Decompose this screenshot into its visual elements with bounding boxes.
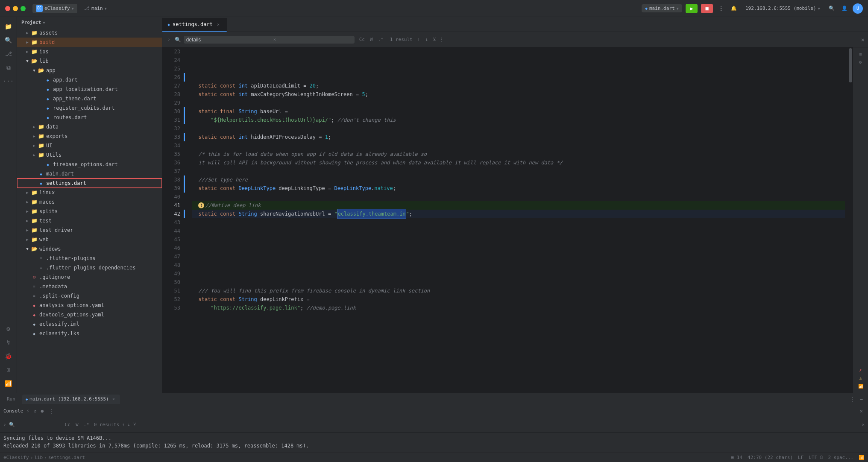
sidebar-item-splits[interactable]: ▶ 📁 splits — [17, 207, 162, 216]
close-button[interactable] — [5, 6, 10, 11]
search-filter-button[interactable]: ⊻ — [433, 37, 436, 42]
sidebar-item-ui[interactable]: ▶ 📁 UI — [17, 141, 162, 150]
fold-icon[interactable]: ⊞ — [858, 51, 862, 57]
search-input[interactable] — [186, 37, 272, 43]
search-prev-button[interactable]: ↑ — [415, 36, 422, 43]
console-filter-btn[interactable]: ⊻ — [133, 422, 136, 427]
sidebar-item-build[interactable]: ▶ 📁 build — [17, 38, 162, 47]
status-indent[interactable]: 2 spac... — [828, 455, 853, 460]
sidebar-item-gitignore[interactable]: ⊘ .gitignore — [17, 272, 162, 282]
extensions-rail-icon[interactable]: ⧉ — [3, 61, 15, 73]
stop-button[interactable]: ■ — [701, 4, 713, 13]
search-more-button[interactable]: ⋮ — [439, 37, 444, 43]
sidebar-item-ios[interactable]: ▶ 📁 ios — [17, 47, 162, 56]
sidebar-item-test-driver[interactable]: ▶ 📁 test_driver — [17, 225, 162, 235]
sidebar-item-app[interactable]: ▼ 📂 app — [17, 66, 162, 75]
sidebar-item-app-theme[interactable]: ◆ app_theme.dart — [17, 94, 162, 103]
account-icon[interactable]: 👤 — [840, 6, 849, 11]
console-close-search-btn[interactable]: × — [862, 422, 865, 427]
debug-rail-icon[interactable]: 🐞 — [3, 350, 15, 362]
more-actions-button[interactable]: ⋮ — [716, 5, 726, 12]
maximize-button[interactable] — [21, 6, 26, 11]
sidebar-item-macos[interactable]: ▶ 📁 macos — [17, 197, 162, 207]
console-tab[interactable]: Console — [3, 408, 23, 414]
editor-scrollbar[interactable] — [848, 47, 853, 393]
code-content[interactable]: static const int apiDataLoadLimit = 20; … — [189, 47, 848, 393]
console-down-btn[interactable]: ↓ — [127, 422, 130, 427]
settings-rail-icon[interactable]: ⚙ — [3, 323, 15, 335]
search-clear-button[interactable]: × — [273, 37, 276, 42]
search-expand-button[interactable]: › — [166, 36, 172, 43]
sidebar-item-routes[interactable]: ◆ routes.dart — [17, 113, 162, 122]
bottom-more-button[interactable]: ⋮ — [848, 395, 856, 403]
git2-rail-icon[interactable]: ↯ — [3, 336, 15, 348]
sidebar-item-web[interactable]: ▶ 📁 web — [17, 235, 162, 244]
search-next-button[interactable]: ↓ — [423, 36, 430, 43]
sidebar-item-settings-dart[interactable]: ◆ settings.dart — [17, 178, 162, 188]
console-up-btn[interactable]: ↑ — [122, 422, 125, 427]
run-tab[interactable]: Run — [3, 395, 19, 404]
run-button[interactable]: ▶ — [686, 4, 698, 13]
console-word-btn[interactable]: W — [73, 421, 81, 428]
console-search-input[interactable] — [18, 422, 60, 427]
terminal-rail-icon[interactable]: ⊞ — [3, 364, 15, 376]
sidebar-item-test[interactable]: ▶ 📁 test — [17, 216, 162, 225]
status-line-ending[interactable]: LF — [798, 455, 803, 460]
tab-settings-dart[interactable]: ◆ settings.dart × — [162, 18, 227, 32]
console-close-button[interactable]: × — [858, 407, 865, 415]
tab-close-button[interactable]: × — [215, 21, 221, 27]
match-case-button[interactable]: Cc — [357, 36, 367, 43]
branch-selector[interactable]: ⎇ main ▼ — [81, 4, 110, 12]
bottom-collapse-button[interactable]: − — [858, 395, 865, 403]
avatar[interactable]: U — [853, 3, 863, 14]
status-position[interactable]: 42:70 (22 chars) — [748, 455, 793, 460]
sidebar-item-exports[interactable]: ▶ 📁 exports — [17, 132, 162, 141]
console-dart-icon[interactable]: ● — [40, 407, 45, 415]
folder-icon-rail[interactable]: 📁 — [3, 20, 15, 32]
settings-icon[interactable]: ⚙ — [858, 59, 862, 65]
console-more-button[interactable]: ⋮ — [47, 407, 56, 415]
sidebar-item-firebase[interactable]: ◆ firebase_options.dart — [17, 160, 162, 169]
search-close-button[interactable]: × — [861, 36, 865, 43]
console-reload-icon[interactable]: ↺ — [33, 407, 38, 415]
console-search-icon[interactable]: 🔍 — [9, 422, 15, 427]
regex-button[interactable]: .* — [376, 36, 386, 43]
console-expand-icon[interactable]: › — [3, 422, 6, 427]
sidebar-item-utils[interactable]: ▶ 📁 Utils — [17, 150, 162, 160]
sidebar-item-data[interactable]: ▶ 📁 data — [17, 122, 162, 132]
run-file-close-button[interactable]: × — [111, 396, 117, 402]
run-file-tab[interactable]: ◆ main.dart (192.168.2.6:5555) × — [22, 395, 120, 404]
sidebar-item-flutter-plugins[interactable]: ≡ .flutter-plugins — [17, 254, 162, 263]
git-rail-icon[interactable]: ⎇ — [3, 48, 15, 60]
sidebar-item-metadata[interactable]: ≡ .metadata — [17, 282, 162, 291]
minimize-button[interactable] — [13, 6, 18, 11]
sidebar-item-eclassify-lks[interactable]: ◆ eclassify.lks — [17, 329, 162, 338]
search-icon[interactable]: 🔍 — [827, 6, 836, 11]
console-regex-btn[interactable]: .* — [82, 421, 91, 428]
run-file-selector[interactable]: ◆ main.dart ▼ — [642, 4, 682, 12]
sidebar-item-linux[interactable]: ▶ 📁 linux — [17, 188, 162, 197]
sidebar-item-flutter-plugins-dep[interactable]: ≡ .flutter-plugins-dependencies — [17, 263, 162, 272]
sidebar-item-app-localization[interactable]: ◆ app_localization.dart — [17, 85, 162, 94]
scrollbar-thumb[interactable] — [849, 48, 852, 82]
sidebar-item-windows[interactable]: ▼ 📂 windows — [17, 244, 162, 254]
sidebar-item-devtools-yaml[interactable]: ◆ devtools_options.yaml — [17, 310, 162, 319]
device-ip-selector[interactable]: 192.168.2.6:5555 (mobile) ▼ — [742, 4, 824, 12]
sidebar-item-analysis-yaml[interactable]: ◆ analysis_options.yaml — [17, 301, 162, 310]
console-lightning-icon[interactable]: ⚡ — [26, 407, 30, 415]
code-editor[interactable]: 23 24 25 26 27 28 29 30 31 32 33 34 35 3… — [162, 47, 868, 393]
search-rail-icon[interactable]: 🔍 — [3, 34, 15, 46]
console-match-case-btn[interactable]: Cc — [63, 421, 73, 428]
sidebar-item-register-cubits[interactable]: ◆ register_cubits.dart — [17, 103, 162, 113]
app-title[interactable]: EC eClassify ▼ — [32, 4, 77, 13]
status-encoding[interactable]: UTF-8 — [809, 455, 823, 460]
sidebar-item-assets[interactable]: ▶ 📁 assets — [17, 28, 162, 38]
sidebar-item-main-dart[interactable]: ◆ main.dart — [17, 169, 162, 178]
sidebar-item-eclassify-iml[interactable]: ◆ eclassify.iml — [17, 319, 162, 329]
sidebar-item-lib[interactable]: ▼ 📂 lib — [17, 56, 162, 66]
status-breadcrumb[interactable]: eClassify › lib › settings.dart — [3, 455, 85, 460]
sidebar-tree[interactable]: ▶ 📁 assets ▶ 📁 build ▶ 📁 ios ▼ — [17, 28, 162, 393]
more-rail-icon[interactable]: ··· — [3, 75, 15, 87]
sidebar-item-split-config[interactable]: ≡ .split-config — [17, 291, 162, 301]
whole-word-button[interactable]: W — [368, 36, 375, 43]
